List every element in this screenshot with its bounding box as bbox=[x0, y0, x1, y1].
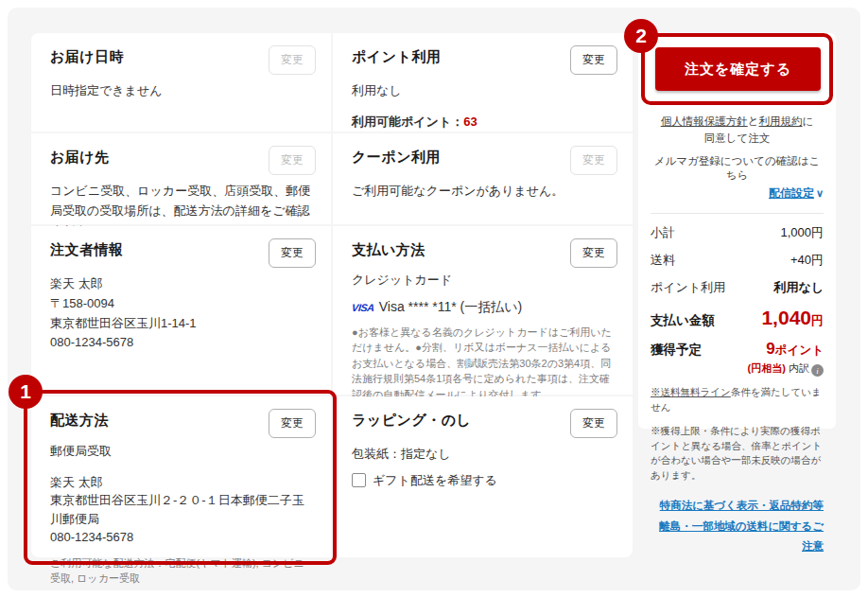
points-used-row: ポイント利用 利用なし bbox=[651, 279, 824, 296]
pickup-phone: 080-1234-5678 bbox=[50, 528, 312, 547]
shipping-options-note: ご利用可能な配送方法：宅配便(ヤマト運輸), コンビニ受取, ロッカー受取 bbox=[50, 555, 312, 587]
agreement-suffix: に bbox=[803, 115, 814, 127]
orderer-details: 楽天 太郎 〒158-0094 東京都世田谷区玉川1-14-1 080-1234… bbox=[50, 274, 312, 353]
total-value: 1,040円 bbox=[761, 307, 824, 329]
change-payment-button[interactable]: 変更 bbox=[570, 238, 617, 268]
points-used-label: ポイント利用 bbox=[651, 279, 725, 296]
free-shipping-note: ※送料無料ライン条件を満たしていません bbox=[651, 385, 824, 415]
change-point-usage-button[interactable]: 変更 bbox=[570, 45, 617, 75]
orderer-address: 東京都世田谷区玉川1-14-1 bbox=[50, 314, 312, 334]
summary-divider bbox=[651, 213, 824, 214]
total-unit: 円 bbox=[811, 313, 824, 327]
available-points: 利用可能ポイント：63 bbox=[352, 113, 614, 132]
earn-points-label: 獲得予定 bbox=[651, 342, 702, 359]
card-point-usage: ポイント利用 変更 利用なし 利用可能ポイント：63 bbox=[333, 33, 633, 132]
point-usage-status: 利用なし bbox=[352, 81, 614, 101]
order-summary-panel: 2 注文を確定する 個人情報保護方針と利用規約に同意して注文 メルマガ登録につい… bbox=[638, 33, 836, 429]
orderer-phone: 080-1234-5678 bbox=[50, 333, 312, 353]
change-shipping-method-button[interactable]: 変更 bbox=[269, 409, 316, 438]
change-wrapping-button[interactable]: 変更 bbox=[570, 409, 617, 438]
earn-points-number: 9 bbox=[766, 340, 774, 358]
orderer-name: 楽天 太郎 bbox=[50, 274, 312, 294]
subtotal-label: 小計 bbox=[651, 224, 675, 241]
earn-points-value: 9ポイント bbox=[766, 340, 824, 359]
chevron-down-icon[interactable]: ∨ bbox=[816, 187, 824, 200]
change-delivery-datetime-button: 変更 bbox=[269, 45, 316, 75]
total-label: 支払い金額 bbox=[651, 312, 715, 329]
visa-icon: VISA bbox=[351, 302, 374, 313]
terms-link[interactable]: 利用規約 bbox=[759, 115, 803, 127]
shipping-method-type: 郵便局受取 bbox=[50, 442, 312, 462]
card-orderer-info: 注文者情報 変更 楽天 太郎 〒158-0094 東京都世田谷区玉川1-14-1… bbox=[31, 226, 331, 395]
privacy-policy-link[interactable]: 個人情報保護方針 bbox=[661, 115, 748, 127]
remote-islands-shipping-link[interactable]: 離島・一部地域の送料に関するご注意 bbox=[651, 517, 824, 558]
agreement-line2: 同意して注文 bbox=[704, 132, 771, 144]
coupon-status: ご利用可能なクーポンがありません。 bbox=[352, 182, 614, 202]
card-number-masked: Visa **** *11* (一括払い) bbox=[379, 299, 523, 314]
earn-points-unit: ポイント bbox=[775, 343, 824, 357]
breakdown-label: 内訳 bbox=[789, 362, 809, 374]
delivery-setting-row: 配信設定∨ bbox=[651, 185, 824, 202]
agreement-text: 個人情報保護方針と利用規約に同意して注文 bbox=[651, 113, 824, 148]
agreement-mid: と bbox=[748, 115, 759, 127]
payment-method: クレジットカード bbox=[352, 271, 614, 290]
available-points-value: 63 bbox=[463, 114, 477, 129]
card-wrapping: ラッピング・のし 変更 包装紙：指定なし ギフト配送を希望する bbox=[333, 396, 633, 557]
pickup-name: 楽天 太郎 bbox=[50, 473, 312, 492]
points-used-value: 利用なし bbox=[773, 279, 824, 296]
orderer-postal: 〒158-0094 bbox=[50, 294, 312, 314]
card-delivery-datetime: お届け日時 変更 日時指定できません bbox=[31, 33, 331, 132]
policy-links: 特商法に基づく表示・返品特約等 離島・一部地域の送料に関するご注意 bbox=[651, 496, 824, 558]
total-row: 支払い金額 1,040円 bbox=[651, 307, 824, 329]
subtotal-value: 1,000円 bbox=[780, 224, 824, 241]
card-shipping-method: 1 配送方法 変更 郵便局受取 楽天 太郎 東京都世田谷区玉川２-２０-１日本郵… bbox=[31, 396, 331, 557]
points-disclaimer-note: ※獲得上限・条件により実際の獲得ポイントと異なる場合、倍率とポイントが合わない場… bbox=[651, 424, 824, 484]
gift-option-row: ギフト配送を希望する bbox=[352, 472, 614, 489]
change-delivery-address-button: 変更 bbox=[269, 146, 316, 175]
step-2-badge: 2 bbox=[624, 19, 658, 53]
delivery-setting-link[interactable]: 配信設定 bbox=[769, 186, 814, 200]
confirm-button-area: 2 注文を確定する bbox=[640, 33, 834, 105]
change-orderer-button[interactable]: 変更 bbox=[269, 238, 316, 268]
delivery-datetime-note: 日時指定できません bbox=[50, 81, 312, 101]
pickup-address: 東京都世田谷区玉川２-２０-１日本郵便二子玉川郵便局 bbox=[50, 491, 312, 528]
info-icon[interactable]: i bbox=[811, 364, 824, 377]
gift-checkbox[interactable] bbox=[352, 473, 366, 487]
shipping-fee-label: 送料 bbox=[651, 252, 675, 269]
free-shipping-line-link[interactable]: ※送料無料ライン bbox=[651, 386, 731, 397]
wrapping-paper-status: 包装紙：指定なし bbox=[352, 445, 614, 465]
available-points-label: 利用可能ポイント： bbox=[352, 114, 463, 129]
subtotal-row: 小計 1,000円 bbox=[651, 224, 824, 241]
card-info-line: VISAVisa **** *11* (一括払い) bbox=[352, 299, 614, 316]
card-coupon: クーポン利用 変更 ご利用可能なクーポンがありません。 bbox=[333, 133, 633, 224]
earn-points-subrow: (円相当) 内訳i bbox=[651, 361, 824, 378]
gift-checkbox-label: ギフト配送を希望する bbox=[373, 472, 497, 489]
shipping-fee-value: +40円 bbox=[790, 252, 824, 269]
total-amount: 1,040 bbox=[761, 307, 811, 328]
commerce-law-link[interactable]: 特商法に基づく表示・返品特約等 bbox=[651, 496, 824, 517]
pickup-details: 楽天 太郎 東京都世田谷区玉川２-２０-１日本郵便二子玉川郵便局 080-123… bbox=[50, 473, 312, 547]
step-1-badge: 1 bbox=[9, 375, 43, 409]
yen-equivalent-label: (円相当) bbox=[748, 362, 786, 374]
change-coupon-button: 変更 bbox=[570, 146, 617, 175]
card-delivery-address: お届け先 変更 コンビニ受取、ロッカー受取、店頭受取、郵便局受取の受取場所は、配… bbox=[31, 133, 331, 224]
payment-fine-print: ●お客様と異なる名義のクレジットカードはご利用いただけません。●分割、リボ又はボ… bbox=[352, 325, 614, 403]
mailmagazine-note: メルマガ登録についての確認はこちら bbox=[651, 154, 824, 183]
order-detail-cards: お届け日時 変更 日時指定できません ポイント利用 変更 利用なし 利用可能ポイ… bbox=[31, 33, 633, 557]
confirm-order-button[interactable]: 注文を確定する bbox=[655, 47, 821, 91]
card-payment-method: 支払い方法 変更 クレジットカード VISAVisa **** *11* (一括… bbox=[333, 226, 633, 395]
earn-points-row: 獲得予定 9ポイント bbox=[651, 340, 824, 359]
shipping-fee-row: 送料 +40円 bbox=[651, 252, 824, 269]
